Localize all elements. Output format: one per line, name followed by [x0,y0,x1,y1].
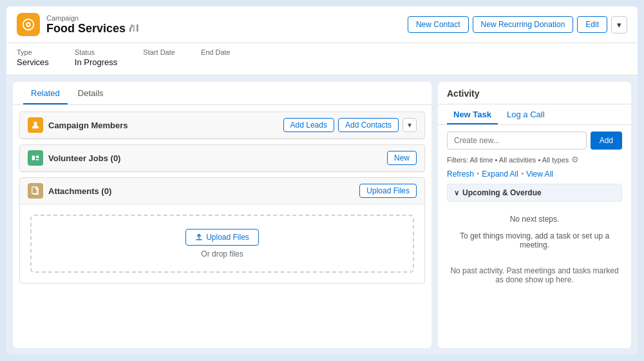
new-recurring-donation-button[interactable]: New Recurring Donation [473,16,574,33]
campaign-members-dropdown-button[interactable]: ▾ [402,118,417,132]
activity-body: Add Filters: All time • All activities •… [438,125,631,348]
campaign-members-title: Campaign Members [48,121,128,130]
svg-rect-8 [196,239,202,240]
new-contact-button[interactable]: New Contact [408,16,469,33]
tab-log-call[interactable]: Log a Call [500,104,551,124]
upload-files-button[interactable]: Upload Files [185,229,259,246]
upcoming-label: Upcoming & Overdue [462,188,542,197]
upload-files-btn-label: Upload Files [206,233,249,242]
meta-row: Type Services Status In Progress Start D… [6,43,638,75]
drop-text: Or drop files [201,249,243,259]
view-all-link[interactable]: View All [526,170,553,179]
filters-text: Filters: All time • All activities • All… [447,156,569,164]
volunteer-jobs-section: Volunteer Jobs (0) New [19,144,425,172]
campaign-members-actions: Add Leads Add Contacts ▾ [283,118,417,132]
status-label: Status [75,48,117,56]
separator1: • [477,170,479,179]
start-date-label: Start Date [143,48,175,56]
svg-rect-5 [36,156,39,159]
expand-all-link[interactable]: Expand All [482,170,518,179]
volunteer-jobs-title: Volunteer Jobs (0) [48,153,120,163]
gear-icon[interactable]: ⚙ [571,155,579,164]
no-steps-container: No next steps. To get things moving, add… [447,207,622,257]
refresh-link[interactable]: Refresh [447,170,474,179]
campaign-members-header: Campaign Members Add Leads Add Contacts … [20,112,424,139]
attachments-header: Attachments (0) Upload Files [20,178,424,204]
drop-zone-inner[interactable]: Upload Files Or drop files [30,215,414,273]
end-date-label: End Date [201,48,231,56]
campaign-members-icon [28,117,43,133]
attachments-drop-zone[interactable]: Upload Files Or drop files [20,204,424,283]
new-volunteer-job-button[interactable]: New [387,151,417,165]
end-date-field: End Date [201,48,231,67]
moving-text: To get things moving, add a task or set … [447,228,622,253]
svg-rect-4 [32,156,35,161]
svg-point-3 [33,122,37,125]
start-date-field: Start Date [143,48,175,67]
volunteer-jobs-header-left: Volunteer Jobs (0) [28,150,120,166]
add-button[interactable]: Add [591,132,622,150]
volunteer-jobs-header: Volunteer Jobs (0) New [20,145,424,171]
page-title: Food Services [46,22,126,35]
past-activity-text: No past activity. Past meetings and task… [447,262,622,288]
tab-related[interactable]: Related [23,82,68,104]
separator2: • [521,170,524,179]
create-row: Add [447,132,622,150]
status-value: In Progress [75,57,117,67]
volunteer-jobs-icon [28,150,43,166]
activity-title: Activity [438,82,631,104]
attachments-icon [28,183,43,199]
svg-rect-6 [36,159,39,161]
add-contacts-button[interactable]: Add Contacts [338,118,399,132]
links-row: Refresh • Expand All • View All [447,170,622,179]
tab-details[interactable]: Details [70,82,111,104]
type-label: Type [17,48,49,56]
right-panel: Activity New Task Log a Call Add Filters… [438,82,631,348]
no-steps-text: No next steps. [447,211,622,228]
campaign-members-header-left: Campaign Members [28,117,128,133]
type-value: Services [17,57,49,67]
attachments-actions: Upload Files [359,184,417,198]
svg-point-2 [27,23,30,26]
attachments-header-left: Attachments (0) [28,183,111,199]
hierarchy-icon: ⛙ [129,23,138,34]
left-panel: Related Details Camp [13,82,431,348]
add-leads-button[interactable]: Add Leads [283,118,334,132]
tabs-bar: Related Details [13,82,431,105]
attachments-title: Attachments (0) [48,186,111,196]
tab-new-task[interactable]: New Task [447,104,498,124]
app-icon [17,13,40,36]
main-content: Related Details Camp [6,75,638,355]
activity-tabs: New Task Log a Call [438,104,631,125]
campaign-members-section: Campaign Members Add Leads Add Contacts … [19,112,425,139]
header-actions: New Contact New Recurring Donation Edit … [408,16,627,34]
header-dropdown-button[interactable]: ▾ [611,16,627,34]
upload-files-header-button[interactable]: Upload Files [359,184,417,198]
app-subtitle: Campaign [46,14,138,22]
upcoming-overdue-section: ∨ Upcoming & Overdue [447,184,622,202]
type-field: Type Services [17,48,49,67]
attachments-section: Attachments (0) Upload Files [19,177,425,284]
related-content: Campaign Members Add Leads Add Contacts … [13,105,431,290]
create-new-input[interactable] [447,132,587,150]
chevron-down-icon: ∨ [454,189,459,197]
edit-button[interactable]: Edit [577,16,607,33]
volunteer-jobs-actions: New [387,151,417,165]
filters-row: Filters: All time • All activities • All… [447,155,622,164]
status-field: Status In Progress [75,48,117,67]
